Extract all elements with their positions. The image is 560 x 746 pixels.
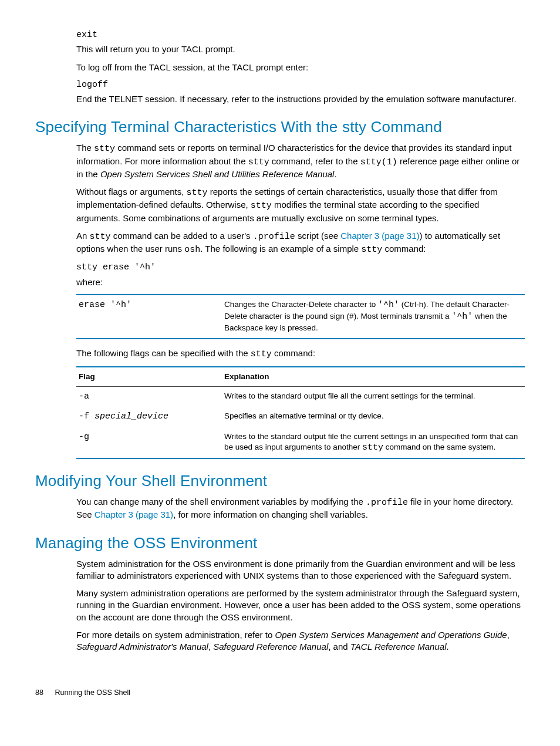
sec1-p1: The stty command sets or reports on term…: [76, 142, 525, 180]
chapter-title: Running the OSS Shell: [55, 688, 130, 697]
col-explanation: Explanation: [222, 367, 525, 387]
flag-a: -a: [76, 387, 222, 407]
erase-arg: erase '^h': [76, 295, 222, 339]
code-logoff: logoff: [76, 79, 525, 91]
flags-table: Flag Explanation -a Writes to the standa…: [76, 366, 525, 459]
table-row: -g Writes to the standard output file th…: [76, 427, 525, 458]
link-chapter3-b[interactable]: Chapter 3 (page 31): [95, 509, 173, 519]
table-row: erase '^h' Changes the Character-Delete …: [76, 295, 525, 339]
intro-p2: To log off from the TACL session, at the…: [76, 62, 525, 73]
erase-desc: Changes the Character-Delete character t…: [222, 295, 525, 339]
sec1-content: The stty command sets or reports on term…: [76, 142, 525, 459]
heading-modifying: Modifying Your Shell Environment: [35, 471, 525, 491]
intro-p3: End the TELNET session. If necessary, re…: [76, 93, 525, 105]
flag-g-desc: Writes to the standard output file the c…: [222, 427, 525, 458]
sec1-p4: The following flags can be specified wit…: [76, 347, 525, 360]
code-exit: exit: [76, 29, 525, 41]
table-row: -f special_device Specifies an alternati…: [76, 407, 525, 427]
intro-p1: This will return you to your TACL prompt…: [76, 43, 525, 55]
table-row: -a Writes to the standard output file al…: [76, 387, 525, 407]
page-footer: 88 Running the OSS Shell: [35, 688, 525, 698]
erase-table: erase '^h' Changes the Character-Delete …: [76, 294, 525, 339]
flag-g: -g: [76, 427, 222, 458]
sec2-p1: You can change many of the shell environ…: [76, 496, 525, 521]
flag-f: -f special_device: [76, 407, 222, 427]
sec2-content: You can change many of the shell environ…: [76, 496, 525, 521]
heading-managing: Managing the OSS Environment: [35, 533, 525, 553]
table-header-row: Flag Explanation: [76, 367, 525, 387]
col-flag: Flag: [76, 367, 222, 387]
sec3-p3: For more details on system administratio…: [76, 629, 525, 653]
code-stty-erase: stty erase '^h': [76, 262, 525, 274]
intro-section: exit This will return you to your TACL p…: [76, 29, 525, 105]
flag-a-desc: Writes to the standard output file all t…: [222, 387, 525, 407]
sec1-p2: Without flags or arguments, stty reports…: [76, 186, 525, 224]
sec3-content: System administration for the OSS enviro…: [76, 558, 525, 653]
sec3-p2: Many system administration operations ar…: [76, 588, 525, 623]
page-number: 88: [35, 688, 53, 698]
sec1-p3: An stty command can be added to a user's…: [76, 230, 525, 256]
flag-f-desc: Specifies an alternative terminal or tty…: [222, 407, 525, 427]
link-chapter3-a[interactable]: Chapter 3 (page 31): [340, 231, 419, 241]
where-label: where:: [76, 276, 525, 288]
heading-stty: Specifying Terminal Characteristics With…: [35, 117, 525, 137]
sec3-p1: System administration for the OSS enviro…: [76, 558, 525, 582]
